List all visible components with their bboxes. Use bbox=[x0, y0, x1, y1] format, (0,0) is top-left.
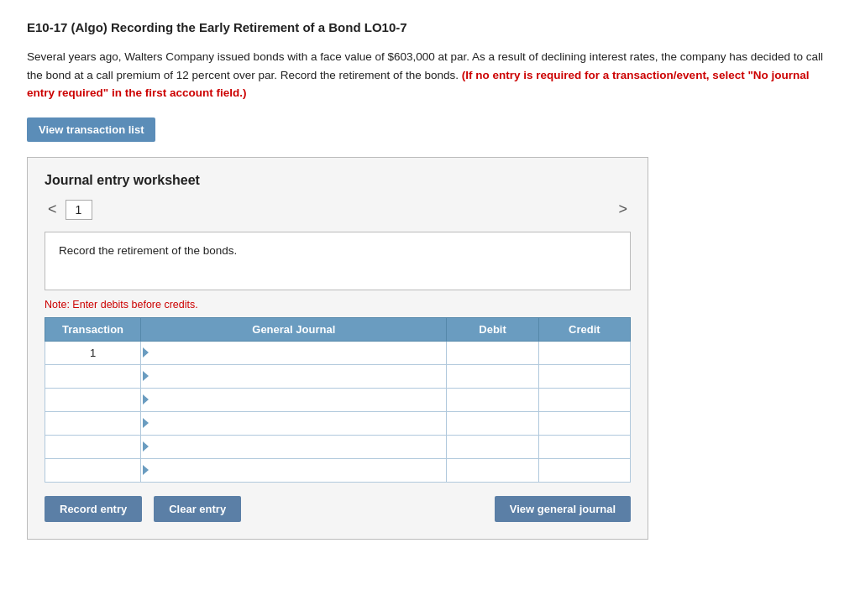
record-entry-button[interactable]: Record entry bbox=[45, 496, 142, 522]
nav-row: < 1 > bbox=[45, 200, 631, 220]
cell-general-journal-4[interactable] bbox=[141, 435, 447, 458]
debit-input-1[interactable] bbox=[450, 365, 534, 388]
col-header-transaction: Transaction bbox=[45, 317, 141, 341]
cell-debit-5[interactable] bbox=[447, 458, 538, 482]
nav-page-number: 1 bbox=[66, 200, 92, 220]
worksheet-container: Journal entry worksheet < 1 > Record the… bbox=[27, 157, 648, 540]
cell-transaction-5 bbox=[45, 458, 141, 482]
col-header-general-journal: General Journal bbox=[141, 317, 447, 341]
credit-input-3[interactable] bbox=[543, 412, 627, 435]
cell-credit-2[interactable] bbox=[538, 388, 630, 411]
credit-input-5[interactable] bbox=[543, 459, 627, 482]
cell-credit-3[interactable] bbox=[538, 411, 630, 435]
worksheet-title: Journal entry worksheet bbox=[45, 173, 631, 188]
cell-transaction-3 bbox=[45, 411, 141, 435]
debit-input-4[interactable] bbox=[450, 436, 534, 458]
debit-input-2[interactable] bbox=[450, 389, 534, 411]
nav-next-button[interactable]: > bbox=[615, 201, 631, 218]
note-text: Note: Enter debits before credits. bbox=[45, 299, 631, 311]
cell-general-journal-0[interactable] bbox=[141, 341, 447, 364]
credit-input-1[interactable] bbox=[543, 365, 627, 388]
credit-input-2[interactable] bbox=[543, 389, 627, 411]
view-transaction-button[interactable]: View transaction list bbox=[27, 117, 155, 142]
cell-general-journal-5[interactable] bbox=[141, 458, 447, 482]
general-journal-input-0[interactable] bbox=[144, 342, 443, 364]
cell-debit-3[interactable] bbox=[447, 411, 538, 435]
clear-entry-button[interactable]: Clear entry bbox=[154, 496, 241, 522]
cell-debit-4[interactable] bbox=[447, 435, 538, 458]
cell-transaction-2 bbox=[45, 388, 141, 411]
table-row bbox=[45, 411, 631, 435]
nav-prev-button[interactable]: < bbox=[45, 201, 60, 218]
cell-debit-0[interactable] bbox=[447, 341, 538, 364]
action-buttons-row: Record entry Clear entry View general jo… bbox=[45, 496, 631, 522]
cell-general-journal-3[interactable] bbox=[141, 411, 447, 435]
debit-input-3[interactable] bbox=[450, 412, 534, 435]
journal-table: Transaction General Journal Debit Credit… bbox=[45, 317, 631, 483]
entry-description-box: Record the retirement of the bonds. bbox=[45, 232, 631, 290]
credit-input-4[interactable] bbox=[543, 436, 627, 458]
table-row bbox=[45, 364, 631, 388]
cell-transaction-4 bbox=[45, 435, 141, 458]
description: Several years ago, Walters Company issue… bbox=[27, 48, 833, 102]
table-row bbox=[45, 458, 631, 482]
debit-input-5[interactable] bbox=[450, 459, 534, 482]
general-journal-input-4[interactable] bbox=[144, 436, 443, 458]
cell-general-journal-1[interactable] bbox=[141, 364, 447, 388]
cell-credit-0[interactable] bbox=[538, 341, 630, 364]
table-row bbox=[45, 435, 631, 458]
page-title: E10-17 (Algo) Recording the Early Retire… bbox=[27, 20, 833, 34]
cell-credit-1[interactable] bbox=[538, 364, 630, 388]
table-row: 1 bbox=[45, 341, 631, 364]
credit-input-0[interactable] bbox=[543, 342, 627, 364]
cell-general-journal-2[interactable] bbox=[141, 388, 447, 411]
view-general-journal-button[interactable]: View general journal bbox=[495, 496, 631, 522]
general-journal-input-5[interactable] bbox=[144, 459, 443, 482]
table-row bbox=[45, 388, 631, 411]
cell-transaction-0: 1 bbox=[45, 341, 141, 364]
cell-credit-4[interactable] bbox=[538, 435, 630, 458]
cell-transaction-1 bbox=[45, 364, 141, 388]
general-journal-input-3[interactable] bbox=[144, 412, 443, 435]
debit-input-0[interactable] bbox=[450, 342, 534, 364]
cell-debit-1[interactable] bbox=[447, 364, 538, 388]
general-journal-input-2[interactable] bbox=[144, 389, 443, 411]
cell-credit-5[interactable] bbox=[538, 458, 630, 482]
col-header-credit: Credit bbox=[538, 317, 630, 341]
col-header-debit: Debit bbox=[447, 317, 538, 341]
cell-debit-2[interactable] bbox=[447, 388, 538, 411]
general-journal-input-1[interactable] bbox=[144, 365, 443, 388]
